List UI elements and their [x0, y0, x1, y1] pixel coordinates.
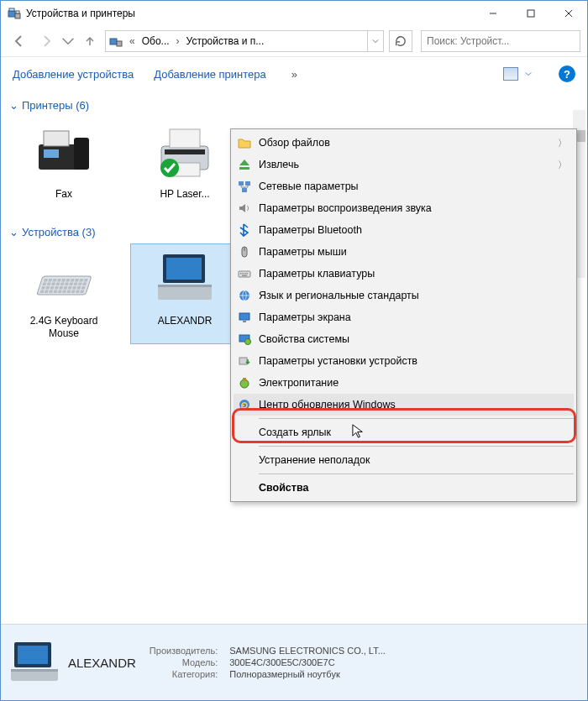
network-icon — [237, 179, 252, 194]
breadcrumb-chevron[interactable]: « — [126, 35, 139, 47]
svg-rect-78 — [245, 181, 250, 186]
menu-item[interactable]: Свойства системы — [234, 328, 574, 350]
history-dropdown[interactable] — [61, 29, 75, 53]
details-row: Категория:Полноразмерный ноутбук — [144, 669, 391, 679]
breadcrumb-current[interactable]: Устройства и п... — [183, 35, 268, 47]
svg-rect-83 — [240, 273, 242, 275]
menu-separator — [259, 473, 574, 474]
close-button[interactable] — [549, 1, 587, 26]
maximize-button[interactable] — [512, 1, 549, 26]
device-icon — [32, 121, 96, 185]
up-button[interactable] — [78, 29, 102, 53]
menu-item[interactable]: Параметры Bluetooth — [234, 219, 574, 241]
details-pane: ALEXANDR Производитель:SAMSUNG ELECTRONI… — [1, 624, 587, 700]
menu-item[interactable]: Параметры воспроизведения звука — [234, 197, 574, 219]
svg-rect-84 — [243, 273, 244, 275]
breadcrumb-dropdown[interactable] — [367, 31, 383, 51]
blank-icon — [237, 453, 252, 468]
svg-rect-85 — [244, 273, 246, 275]
menu-item[interactable]: Параметры установки устройств — [234, 350, 574, 372]
details-key: Модель: — [144, 657, 223, 667]
device-label: 2.4G Keyboard Mouse — [13, 315, 114, 340]
forward-button[interactable] — [34, 29, 58, 53]
menu-item-label: Параметры установки устройств — [259, 355, 567, 367]
menu-item-label: Свойства — [259, 482, 567, 494]
menu-item[interactable]: Центр обновления Windows — [234, 394, 574, 416]
menu-item[interactable]: Обзор файлов〉 — [234, 132, 574, 154]
printer-item[interactable]: HP Laser... — [130, 117, 239, 217]
printer-item[interactable]: Fax — [9, 117, 118, 217]
svg-rect-2 — [15, 13, 20, 18]
svg-rect-93 — [239, 358, 247, 364]
eject-icon — [237, 157, 252, 172]
titlebar: Устройства и принтеры — [1, 1, 587, 26]
device-label: Fax — [55, 188, 72, 213]
add-printer-link[interactable]: Добавление принтера — [154, 68, 265, 81]
details-row: Производитель:SAMSUNG ELECTRONICS CO., L… — [144, 646, 391, 656]
svg-rect-9 — [117, 41, 122, 46]
svg-rect-1 — [9, 8, 14, 11]
bluetooth-icon — [237, 222, 252, 238]
menu-item[interactable]: Электропитание — [234, 372, 574, 394]
menu-item[interactable]: Извлечь〉 — [234, 154, 574, 175]
svg-rect-17 — [165, 149, 205, 154]
menu-item[interactable]: Параметры мыши — [234, 241, 574, 263]
menu-item[interactable]: Параметры экрана — [234, 306, 574, 328]
details-thumb — [9, 639, 60, 686]
search-input[interactable] — [425, 34, 576, 48]
monitor-icon — [237, 310, 252, 325]
group-label: Принтеры (6) — [22, 99, 89, 112]
view-options[interactable] — [503, 67, 532, 81]
menu-item-label: Извлечь — [259, 159, 558, 170]
svg-rect-11 — [44, 131, 69, 146]
breadcrumb[interactable]: « Обо... › Устройства и п... — [105, 30, 384, 52]
svg-rect-77 — [239, 181, 244, 186]
power-icon — [237, 375, 252, 390]
svg-rect-5 — [528, 10, 534, 17]
menu-item[interactable]: Свойства — [234, 477, 574, 499]
menu-item-label: Устранение неполадок — [259, 454, 567, 466]
details-value: SAMSUNG ELECTRONICS CO., LT... — [224, 646, 391, 656]
more-commands[interactable]: » — [286, 68, 302, 81]
menu-item-label: Свойства системы — [259, 333, 567, 345]
group-header-printers[interactable]: ⌄ Принтеры (6) — [9, 99, 579, 112]
svg-rect-90 — [243, 321, 246, 322]
menu-item-label: Сетевые параметры — [259, 180, 567, 192]
help-button[interactable]: ? — [559, 65, 575, 82]
device-icon — [153, 248, 217, 311]
command-bar: Добавление устройства Добавление принтер… — [1, 57, 587, 91]
minimize-button[interactable] — [474, 1, 512, 26]
details-value: 300E4C/300E5C/300E7C — [224, 657, 391, 667]
menu-item[interactable]: Устранение неполадок — [234, 449, 574, 471]
menu-item-label: Язык и региональные стандарты — [259, 290, 567, 301]
svg-rect-95 — [243, 378, 246, 381]
add-device-link[interactable]: Добавление устройства — [13, 68, 134, 81]
menu-item-label: Параметры экрана — [259, 311, 567, 323]
svg-rect-100 — [11, 669, 58, 672]
blank-icon — [237, 480, 252, 495]
menu-item[interactable]: Язык и региональные стандарты — [234, 285, 574, 306]
mouse-icon — [237, 244, 252, 259]
refresh-button[interactable] — [389, 30, 412, 52]
menu-item[interactable]: Создать ярлык — [234, 421, 574, 443]
details-row: Модель:300E4C/300E5C/300E7C — [144, 657, 391, 667]
details-name: ALEXANDR — [68, 656, 136, 670]
window-buttons — [474, 1, 587, 26]
menu-item[interactable]: Параметры клавиатуры — [234, 263, 574, 285]
context-menu: Обзор файлов〉Извлечь〉Сетевые параметрыПа… — [230, 128, 577, 502]
navbar: « Обо... › Устройства и п... — [1, 26, 587, 57]
chevron-down-icon: ⌄ — [9, 226, 18, 238]
search-box[interactable] — [421, 30, 580, 52]
svg-rect-87 — [242, 275, 247, 276]
breadcrumb-chevron[interactable]: › — [173, 35, 183, 47]
device-install-icon — [237, 353, 252, 369]
svg-rect-76 — [239, 167, 249, 170]
device-icon — [32, 248, 96, 311]
device-item[interactable]: 2.4G Keyboard Mouse — [9, 243, 118, 344]
device-item[interactable]: ALEXANDR — [130, 243, 239, 344]
breadcrumb-root[interactable]: Обо... — [139, 35, 173, 47]
back-button[interactable] — [8, 29, 31, 53]
menu-item-label: Создать ярлык — [259, 426, 567, 438]
devices-printers-icon — [8, 7, 21, 20]
menu-item[interactable]: Сетевые параметры — [234, 175, 574, 197]
